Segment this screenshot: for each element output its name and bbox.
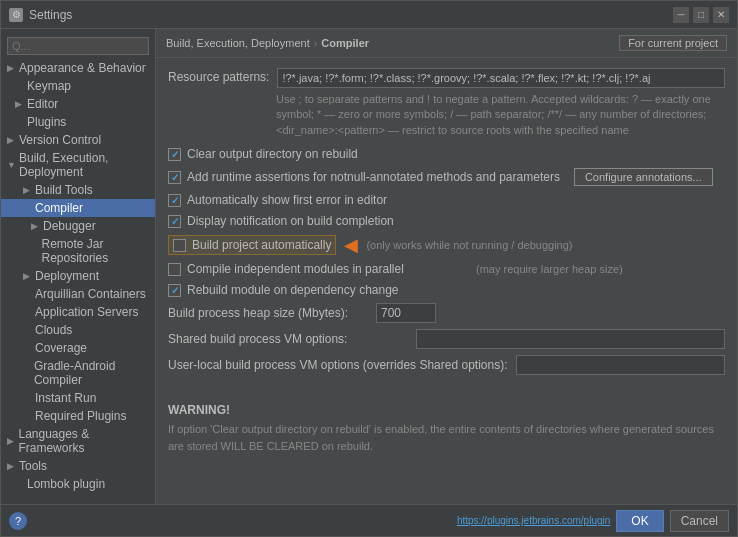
sidebar-item-gradle-android[interactable]: Gradle-Android Compiler xyxy=(1,357,155,389)
sidebar-item-build-exec[interactable]: Build, Execution, Deployment xyxy=(1,149,155,181)
breadcrumb-current: Compiler xyxy=(321,37,369,49)
sidebar-item-build-tools[interactable]: Build Tools xyxy=(1,181,155,199)
user-vm-row: User-local build process VM options (ove… xyxy=(168,355,725,375)
window-title: Settings xyxy=(29,8,72,22)
checkbox-compile-parallel-label: Compile independent modules in parallel xyxy=(187,262,404,276)
checkbox-build-auto-cb[interactable] xyxy=(173,239,186,252)
resource-patterns-input[interactable] xyxy=(277,68,725,88)
sidebar-item-deployment[interactable]: Deployment xyxy=(1,267,155,285)
sidebar-item-clouds[interactable]: Clouds xyxy=(1,321,155,339)
resource-patterns-label: Resource patterns: xyxy=(168,68,269,84)
expand-arrow-build xyxy=(7,160,15,170)
sidebar-item-arquillian[interactable]: Arquillian Containers xyxy=(1,285,155,303)
compile-parallel-note: (may require larger heap size) xyxy=(476,263,623,275)
sidebar-item-languages[interactable]: Languages & Frameworks xyxy=(1,425,155,457)
main-content: Appearance & Behavior Keymap Editor Plug… xyxy=(1,29,737,504)
sidebar-label-arquillian: Arquillian Containers xyxy=(35,287,146,301)
sidebar-item-compiler[interactable]: Compiler xyxy=(1,199,155,217)
user-vm-label: User-local build process VM options (ove… xyxy=(168,358,508,372)
heap-size-label: Build process heap size (Mbytes): xyxy=(168,306,368,320)
search-input[interactable] xyxy=(7,37,149,55)
checkbox-add-runtime-label: Add runtime assertions for notnull-annot… xyxy=(187,170,560,184)
sidebar: Appearance & Behavior Keymap Editor Plug… xyxy=(1,29,156,504)
sidebar-label-tools: Tools xyxy=(19,459,47,473)
expand-arrow-languages xyxy=(7,436,14,446)
maximize-button[interactable]: □ xyxy=(693,7,709,23)
checkbox-auto-show-cb[interactable] xyxy=(168,194,181,207)
sidebar-label-languages: Languages & Frameworks xyxy=(18,427,149,455)
sidebar-label-keymap: Keymap xyxy=(27,79,71,93)
sidebar-label-instant-run: Instant Run xyxy=(35,391,96,405)
build-auto-note: (only works while not running / debuggin… xyxy=(366,239,572,251)
checkbox-auto-show-row: Automatically show first error in editor xyxy=(168,192,725,208)
sidebar-item-appearance[interactable]: Appearance & Behavior xyxy=(1,59,155,77)
checkbox-auto-show-label: Automatically show first error in editor xyxy=(187,193,387,207)
checkbox-display-notification-label: Display notification on build completion xyxy=(187,214,394,228)
sidebar-item-debugger[interactable]: Debugger xyxy=(1,217,155,235)
user-vm-input[interactable] xyxy=(516,355,726,375)
sidebar-item-lombok[interactable]: Lombok plugin xyxy=(1,475,155,493)
checkbox-add-runtime-row: Add runtime assertions for notnull-annot… xyxy=(168,167,725,187)
sidebar-item-plugins[interactable]: Plugins xyxy=(1,113,155,131)
checkbox-add-runtime-cb[interactable] xyxy=(168,171,181,184)
for-current-project-tab[interactable]: For current project xyxy=(619,35,727,51)
build-auto-container: Build project automatically ◀ (only work… xyxy=(168,234,725,256)
close-button[interactable]: ✕ xyxy=(713,7,729,23)
checkbox-clear-output: Clear output directory on rebuild xyxy=(168,146,725,162)
sidebar-item-required-plugins[interactable]: Required Plugins xyxy=(1,407,155,425)
ok-button[interactable]: OK xyxy=(616,510,663,532)
cancel-button[interactable]: Cancel xyxy=(670,510,729,532)
expand-arrow-tools xyxy=(7,461,15,471)
shared-vm-label: Shared build process VM options: xyxy=(168,332,408,346)
shared-vm-row: Shared build process VM options: xyxy=(168,329,725,349)
breadcrumb-separator: › xyxy=(314,37,318,49)
checkbox-display-notification-cb[interactable] xyxy=(168,215,181,228)
bottom-bar: ? https://plugins.jetbrains.com/plugin O… xyxy=(1,504,737,536)
sidebar-label-clouds: Clouds xyxy=(35,323,72,337)
compile-parallel-container: Compile independent modules in parallel … xyxy=(168,261,725,277)
settings-window: ⚙ Settings ─ □ ✕ Appearance & Behavior K… xyxy=(0,0,738,537)
sidebar-label-build: Build, Execution, Deployment xyxy=(19,151,149,179)
url-link[interactable]: https://plugins.jetbrains.com/plugin xyxy=(457,515,610,526)
configure-annotations-button[interactable]: Configure annotations... xyxy=(574,168,713,186)
heap-size-input[interactable] xyxy=(376,303,436,323)
window-controls: ─ □ ✕ xyxy=(673,7,729,23)
sidebar-label-compiler: Compiler xyxy=(35,201,83,215)
sidebar-label-build-tools: Build Tools xyxy=(35,183,93,197)
settings-content: Resource patterns: Use ; to separate pat… xyxy=(156,58,737,504)
checkbox-compile-parallel-cb[interactable] xyxy=(168,263,181,276)
checkbox-clear-output-label: Clear output directory on rebuild xyxy=(187,147,358,161)
sidebar-label-gradle: Gradle-Android Compiler xyxy=(34,359,149,387)
help-icon[interactable]: ? xyxy=(9,512,27,530)
search-box xyxy=(1,33,155,59)
checkbox-rebuild-on-dep-cb[interactable] xyxy=(168,284,181,297)
sidebar-item-editor[interactable]: Editor xyxy=(1,95,155,113)
resource-patterns-row: Resource patterns: xyxy=(168,68,725,88)
sidebar-item-remote-jar[interactable]: Remote Jar Repositories xyxy=(1,235,155,267)
expand-arrow-appearance xyxy=(7,63,15,73)
sidebar-label-deployment: Deployment xyxy=(35,269,99,283)
sidebar-item-keymap[interactable]: Keymap xyxy=(1,77,155,95)
checkbox-clear-output-cb[interactable] xyxy=(168,148,181,161)
heap-size-row: Build process heap size (Mbytes): xyxy=(168,303,725,323)
checkbox-build-auto-label: Build project automatically xyxy=(192,238,331,252)
warning-title: WARNING! xyxy=(168,403,725,417)
minimize-button[interactable]: ─ xyxy=(673,7,689,23)
sidebar-item-instant-run[interactable]: Instant Run xyxy=(1,389,155,407)
checkbox-rebuild-on-dep-row: Rebuild module on dependency change xyxy=(168,282,725,298)
expand-arrow-vc xyxy=(7,135,15,145)
title-bar-left: ⚙ Settings xyxy=(9,8,72,22)
expand-arrow-deployment xyxy=(23,271,31,281)
sidebar-label-remote-jar: Remote Jar Repositories xyxy=(42,237,149,265)
sidebar-item-coverage[interactable]: Coverage xyxy=(1,339,155,357)
sidebar-item-tools[interactable]: Tools xyxy=(1,457,155,475)
sidebar-item-app-servers[interactable]: Application Servers xyxy=(1,303,155,321)
breadcrumb-bar: Build, Execution, Deployment › Compiler … xyxy=(156,29,737,58)
sidebar-label-appearance: Appearance & Behavior xyxy=(19,61,146,75)
title-bar: ⚙ Settings ─ □ ✕ xyxy=(1,1,737,29)
shared-vm-input[interactable] xyxy=(416,329,725,349)
settings-icon: ⚙ xyxy=(9,8,23,22)
sidebar-label-plugins: Plugins xyxy=(27,115,66,129)
resource-patterns-hint: Use ; to separate patterns and ! to nega… xyxy=(276,92,725,138)
sidebar-item-version-control[interactable]: Version Control xyxy=(1,131,155,149)
